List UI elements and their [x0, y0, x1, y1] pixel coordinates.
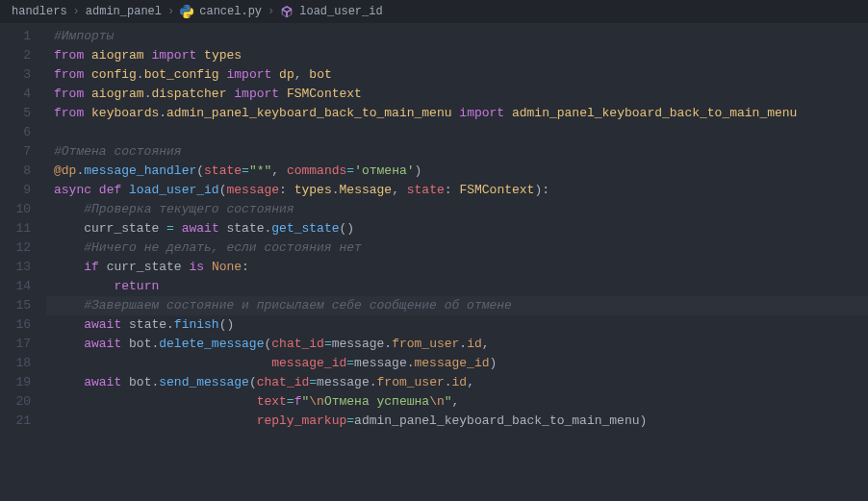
breadcrumb-part[interactable]: handlers — [12, 5, 67, 18]
line-number: 13 — [0, 258, 31, 277]
code-line[interactable]: #Завершаем состояние и присылаем себе со… — [46, 296, 868, 315]
line-number: 10 — [0, 200, 31, 219]
breadcrumb-part[interactable]: load_user_id — [299, 5, 382, 18]
symbol-method-icon — [280, 5, 294, 18]
code-line[interactable]: #Отмена состояния — [46, 142, 868, 162]
line-number: 1 — [0, 27, 31, 46]
code-line[interactable] — [46, 123, 868, 142]
code-line[interactable]: #Проверка текущего состояния — [46, 200, 868, 219]
chevron-right-icon: › — [268, 5, 274, 18]
code-content[interactable]: #Импортыfrom aiogram import typesfrom co… — [46, 23, 868, 501]
code-line[interactable]: await bot.delete_message(chat_id=message… — [46, 335, 868, 354]
line-number: 9 — [0, 181, 31, 200]
line-number-gutter: 123456789101112131415161718192021 — [0, 23, 46, 501]
code-line[interactable]: await state.finish() — [46, 315, 868, 335]
breadcrumb-part[interactable]: cancel.py — [199, 5, 262, 18]
code-line[interactable]: from keyboards.admin_panel_keyboard_back… — [46, 104, 868, 123]
line-number: 14 — [0, 277, 31, 296]
line-number: 6 — [0, 123, 31, 142]
breadcrumb-part[interactable]: admin_panel — [86, 5, 162, 18]
line-number: 7 — [0, 142, 31, 162]
code-line[interactable]: reply_markup=admin_panel_keyboard_back_t… — [46, 412, 868, 431]
code-line[interactable]: async def load_user_id(message: types.Me… — [46, 181, 868, 200]
code-editor[interactable]: 123456789101112131415161718192021 #Импор… — [0, 23, 868, 501]
line-number: 12 — [0, 238, 31, 258]
line-number: 16 — [0, 315, 31, 335]
code-line[interactable]: from aiogram.dispatcher import FSMContex… — [46, 85, 868, 104]
code-line[interactable]: return — [46, 277, 868, 296]
python-file-icon — [180, 5, 193, 18]
code-line[interactable]: from aiogram import types — [46, 46, 868, 65]
code-line[interactable]: #Импорты — [46, 27, 868, 46]
line-number: 8 — [0, 162, 31, 181]
line-number: 21 — [0, 412, 31, 431]
code-line[interactable]: message_id=message.message_id) — [46, 354, 868, 373]
chevron-right-icon: › — [167, 5, 174, 18]
code-line[interactable]: from config.bot_config import dp, bot — [46, 65, 868, 85]
code-line[interactable]: text=f"\nОтмена успешна\n", — [46, 392, 868, 412]
code-line[interactable]: #Ничего не делать, если состояния нет — [46, 238, 868, 258]
line-number: 11 — [0, 219, 31, 238]
line-number: 18 — [0, 354, 31, 373]
code-line[interactable]: @dp.message_handler(state="*", commands=… — [46, 162, 868, 181]
code-line[interactable]: if curr_state is None: — [46, 258, 868, 277]
line-number: 5 — [0, 104, 31, 123]
line-number: 4 — [0, 85, 31, 104]
line-number: 19 — [0, 373, 31, 392]
breadcrumb[interactable]: handlers › admin_panel › cancel.py › loa… — [0, 0, 868, 23]
code-line[interactable]: curr_state = await state.get_state() — [46, 219, 868, 238]
line-number: 2 — [0, 46, 31, 65]
line-number: 17 — [0, 335, 31, 354]
line-number: 3 — [0, 65, 31, 85]
chevron-right-icon: › — [73, 5, 80, 18]
line-number: 20 — [0, 392, 31, 412]
code-line[interactable]: await bot.send_message(chat_id=message.f… — [46, 373, 868, 392]
line-number: 15 — [0, 296, 31, 315]
